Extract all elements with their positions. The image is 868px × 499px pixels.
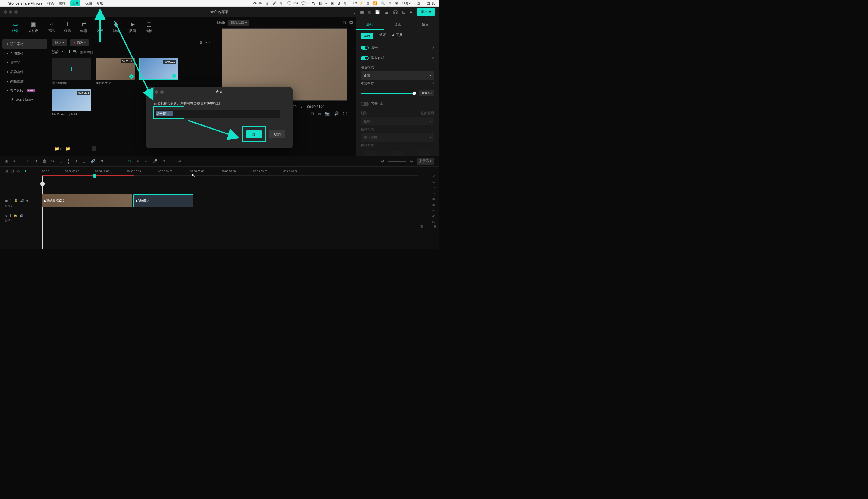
naming-dialog: 命名 命名此複合短片。您將可在專案資料夾中找到 複合短片 1 好 取消 — [146, 87, 293, 148]
dialog-overlay: 命名 命名此複合短片。您將可在專案資料夾中找到 複合短片 1 好 取消 — [0, 0, 439, 250]
dialog-maximize — [160, 90, 164, 94]
cancel-button[interactable]: 取消 — [269, 130, 285, 138]
dialog-minimize — [155, 90, 158, 94]
dialog-close[interactable] — [149, 90, 153, 94]
dialog-message: 命名此複合短片。您將可在專案資料夾中找到 — [154, 101, 285, 106]
ok-button[interactable]: 好 — [246, 130, 261, 138]
dialog-title: 命名 — [216, 89, 223, 95]
cursor-icon: ↖ — [192, 173, 195, 178]
